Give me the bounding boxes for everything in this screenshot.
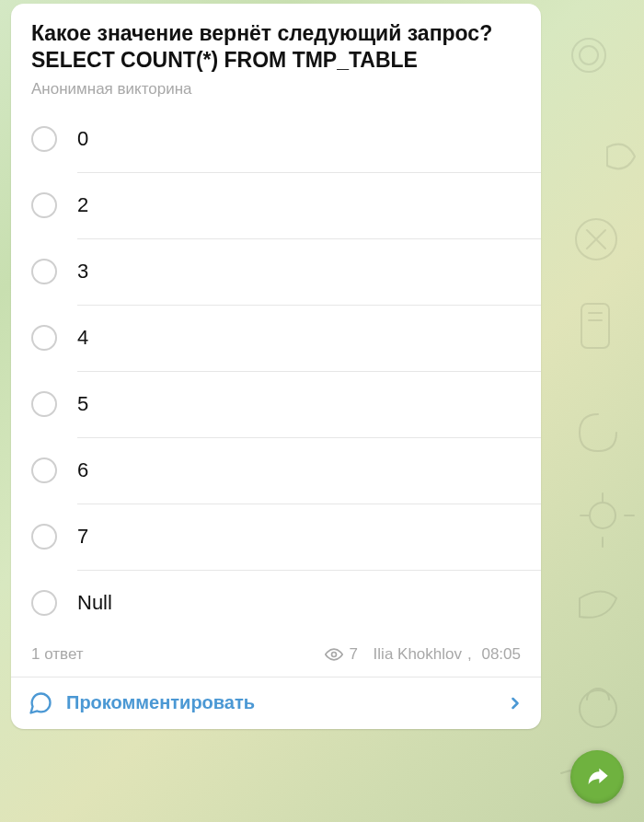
poll-question: Какое значение вернёт следующий запрос? … xyxy=(31,20,521,75)
radio-icon xyxy=(31,325,57,351)
question-line-1: Какое значение вернёт следующий запрос? xyxy=(31,21,492,45)
svg-point-1 xyxy=(580,46,598,64)
poll-options: 0 2 3 4 5 6 7 xyxy=(11,102,541,636)
option-label: 3 xyxy=(77,238,521,304)
poll-subtitle: Анонимная викторина xyxy=(31,80,521,98)
chevron-right-icon xyxy=(506,694,524,712)
poll-message-bubble: Какое значение вернёт следующий запрос? … xyxy=(11,4,541,729)
poll-option-0[interactable]: 0 xyxy=(11,106,541,172)
radio-icon xyxy=(31,457,57,483)
svg-point-0 xyxy=(572,39,605,72)
option-label: 5 xyxy=(77,371,521,436)
svg-point-5 xyxy=(580,690,616,727)
views-count: 7 xyxy=(349,645,357,664)
poll-option-4[interactable]: 5 xyxy=(11,371,541,437)
poll-option-3[interactable]: 4 xyxy=(11,305,541,371)
radio-icon xyxy=(31,590,57,616)
option-label: 7 xyxy=(77,504,521,569)
svg-point-2 xyxy=(576,219,616,260)
views-icon xyxy=(325,645,343,664)
comment-icon xyxy=(28,690,53,716)
poll-option-1[interactable]: 2 xyxy=(11,172,541,238)
comment-button[interactable]: Прокомментировать xyxy=(11,677,541,729)
svg-point-6 xyxy=(332,652,337,656)
option-label: Null xyxy=(77,570,521,635)
poll-option-7[interactable]: Null xyxy=(11,570,541,636)
author-name: Ilia Khokhlov xyxy=(374,645,462,664)
radio-icon xyxy=(31,192,57,218)
question-line-2: SELECT COUNT(*) FROM TMP_TABLE xyxy=(31,48,418,72)
option-label: 2 xyxy=(77,172,521,237)
svg-point-4 xyxy=(590,503,615,528)
message-time: 08:05 xyxy=(481,645,521,664)
radio-icon xyxy=(31,259,57,284)
option-label: 4 xyxy=(77,305,521,370)
option-label: 6 xyxy=(77,437,521,503)
comment-label: Прокомментировать xyxy=(66,692,493,713)
poll-header: Какое значение вернёт следующий запрос? … xyxy=(11,4,541,102)
poll-option-5[interactable]: 6 xyxy=(11,437,541,504)
radio-icon xyxy=(31,524,57,550)
poll-option-2[interactable]: 3 xyxy=(11,238,541,305)
message-meta: 1 ответ 7 Ilia Khokhlov, 08:05 xyxy=(11,636,541,677)
answers-count: 1 ответ xyxy=(31,645,84,664)
option-label: 0 xyxy=(77,107,521,171)
svg-rect-3 xyxy=(581,304,609,348)
share-button[interactable] xyxy=(570,750,624,804)
radio-icon xyxy=(31,391,57,417)
poll-option-6[interactable]: 7 xyxy=(11,504,541,570)
radio-icon xyxy=(31,126,57,152)
